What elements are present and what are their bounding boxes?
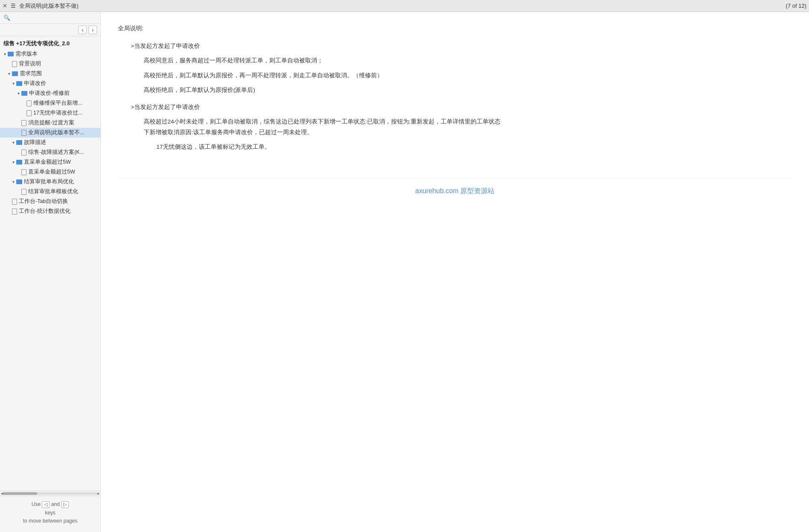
menu-button[interactable]: ☰ [11, 3, 16, 9]
tree-item-fault-desc[interactable]: ▾故障描述 [0, 138, 100, 147]
next-key-badge: ▷ [61, 501, 69, 508]
prev-arrow[interactable]: ‹ [78, 26, 87, 34]
prev-key-badge: ◁ [42, 501, 50, 508]
doc-icon-repair-platform-new [26, 100, 32, 106]
content-section-0: >当发起方发起了申请改价 [131, 41, 503, 51]
tree-toggle-direct-order-over5w[interactable]: ▾ [10, 160, 16, 165]
content-footer: axurehub.com 原型资源站 [118, 178, 792, 196]
top-bar: ✕ ☰ 全局说明(此版本暂不做) (7 of 12) [0, 0, 809, 12]
content-section-2: 高校拒绝后，则工单默认为原报价，再一周不处理转派，则走工单自动被取消。（维修前） [144, 71, 503, 81]
content-section-3: 高校拒绝后，则工单默认为原报价(派单后) [144, 85, 503, 95]
hint-keys: keys [45, 510, 56, 516]
sidebar-tree: 综售 +17无忧专项优化_2.0 ▾需求版本背景说明▾需求范围▾申请改价▾申请改… [0, 36, 100, 491]
tree-item-repair-platform-new[interactable]: 维修维保平台新增... [0, 98, 100, 108]
tree-toggle-apply-price-before-repair[interactable]: ▾ [15, 91, 21, 96]
folder-icon-demand-version [8, 52, 14, 56]
search-icon: 🔍 [3, 15, 10, 21]
tree-item-global-note[interactable]: 全局说明(此版本暂不... [0, 128, 100, 138]
content-block: >当发起方发起了申请改价高校同意后，服务商超过一周不处理转派工单，则工单自动被取… [118, 41, 503, 152]
folder-icon-apply-price-change [16, 81, 22, 86]
tree-item-settlement-approval[interactable]: ▾结算审批单布局优化 [0, 177, 100, 187]
tree-label-demand-scope: 需求范围 [20, 70, 42, 77]
tree-label-fault-desc: 故障描述 [24, 139, 46, 146]
scrollbar-track [3, 492, 97, 495]
tree-label-17-apply-price-change: 17无忧申请改价过... [33, 109, 82, 117]
doc-icon-settlement-template [21, 189, 26, 195]
tree-item-workbench-stats[interactable]: 工作台-统计数据优化 [0, 206, 100, 216]
tree-item-demand-scope[interactable]: ▾需求范围 [0, 69, 100, 79]
doc-icon-direct-order-doc [21, 169, 26, 175]
close-button[interactable]: ✕ [3, 3, 7, 9]
tree-label-direct-order-doc: 直采单金额超过5W [28, 168, 75, 176]
tree-label-apply-price-change: 申请改价 [24, 80, 46, 87]
tree-item-settlement-template[interactable]: 结算审批单模板优化 [0, 187, 100, 197]
hint-and: and [51, 501, 60, 507]
keyboard-nav-hint: Use ◁ and ▷ keys to move between pages [3, 500, 97, 525]
tree-toggle-demand-scope[interactable]: ▾ [6, 71, 12, 76]
tree-item-direct-order-over5w[interactable]: ▾直采单金额超过5W [0, 157, 100, 167]
folder-icon-settlement-approval [16, 179, 22, 184]
main-layout: 🔍 ‹ › 综售 +17无忧专项优化_2.0 ▾需求版本背景说明▾需求范围▾申请… [0, 12, 809, 532]
tree-label-global-note: 全局说明(此版本暂不... [28, 129, 85, 136]
footer-link[interactable]: axurehub.com 原型资源站 [415, 187, 495, 194]
content-title: 全局说明: [118, 25, 792, 32]
doc-icon-17-apply-price-change [26, 110, 32, 116]
content-section-4: >当发起方发起了申请改价 [131, 102, 503, 112]
doc-icon-fault-desc-solution [21, 150, 26, 156]
tree-item-background[interactable]: 背景说明 [0, 59, 100, 69]
tree-label-direct-order-over5w: 直采单金额超过5W [24, 159, 71, 166]
sidebar-scrollbar: ◂ ▸ [0, 491, 100, 496]
tree-label-message-reminder: 消息提醒-过渡方案 [28, 119, 74, 126]
page-title: 全局说明(此版本暂不做) [19, 2, 783, 10]
tree-item-direct-order-doc[interactable]: 直采单金额超过5W [0, 167, 100, 177]
content-section-5: 高校超过24小时未处理，则工单自动被取消，综售这边已处理列表下新增一工单状态:已… [144, 117, 503, 138]
tree-item-message-reminder[interactable]: 消息提醒-过渡方案 [0, 118, 100, 128]
doc-icon-global-note [21, 130, 26, 136]
next-arrow[interactable]: › [88, 26, 97, 34]
tree-label-fault-desc-solution: 综售-故障描述方案(K... [28, 149, 84, 156]
content-section-1: 高校同意后，服务商超过一周不处理转派工单，则工单自动被取消； [144, 56, 503, 66]
search-input[interactable] [12, 15, 97, 21]
tree-item-fault-desc-solution[interactable]: 综售-故障描述方案(K... [0, 147, 100, 157]
doc-icon-message-reminder [21, 120, 26, 126]
tree-label-settlement-approval: 结算审批单布局优化 [24, 178, 74, 185]
tree-item-17-apply-price-change[interactable]: 17无忧申请改价过... [0, 108, 100, 118]
hint-use: Use [32, 501, 41, 507]
tree-label-settlement-template: 结算审批单模板优化 [28, 188, 78, 195]
tree-label-background: 背景说明 [19, 60, 41, 68]
tree-toggle-settlement-approval[interactable]: ▾ [10, 179, 16, 184]
tree-item-demand-version[interactable]: ▾需求版本 [0, 49, 100, 59]
tree-item-workbench-tab[interactable]: 工作台-Tab自动切换 [0, 197, 100, 206]
tree-label-workbench-stats: 工作台-统计数据优化 [19, 208, 71, 215]
page-info: (7 of 12) [786, 3, 806, 9]
tree-label-apply-price-before-repair: 申请改价-维修前 [29, 90, 70, 97]
sidebar: 🔍 ‹ › 综售 +17无忧专项优化_2.0 ▾需求版本背景说明▾需求范围▾申请… [0, 12, 101, 532]
sidebar-search-bar: 🔍 [0, 12, 100, 24]
tree-label-demand-version: 需求版本 [15, 50, 38, 58]
tree-toggle-demand-version[interactable]: ▾ [2, 52, 8, 56]
scrollbar-thumb[interactable] [3, 492, 37, 495]
hint-move: to move between pages [23, 518, 77, 524]
tree-root-label: 综售 +17无忧专项优化_2.0 [0, 38, 100, 49]
content-area: 全局说明: >当发起方发起了申请改价高校同意后，服务商超过一周不处理转派工单，则… [101, 12, 809, 532]
folder-icon-demand-scope [12, 71, 18, 76]
doc-icon-workbench-tab [12, 199, 17, 205]
doc-icon-workbench-stats [12, 209, 17, 215]
sidebar-nav-arrows: ‹ › [0, 24, 100, 36]
folder-icon-direct-order-over5w [16, 160, 22, 165]
folder-icon-apply-price-before-repair [21, 91, 27, 96]
tree-item-apply-price-before-repair[interactable]: ▾申请改价-维修前 [0, 88, 100, 98]
sidebar-footer: Use ◁ and ▷ keys to move between pages [0, 496, 100, 532]
doc-icon-background [12, 61, 17, 67]
scroll-right-arrow[interactable]: ▸ [97, 491, 100, 496]
tree-label-workbench-tab: 工作台-Tab自动切换 [19, 198, 68, 205]
tree-label-repair-platform-new: 维修维保平台新增... [33, 100, 82, 107]
tree-item-apply-price-change[interactable]: ▾申请改价 [0, 79, 100, 88]
content-section-6: 17无忧侧这边，该工单被标记为无效工单。 [156, 142, 503, 152]
tree-toggle-apply-price-change[interactable]: ▾ [10, 81, 16, 86]
tree-toggle-fault-desc[interactable]: ▾ [10, 140, 16, 145]
folder-icon-fault-desc [16, 140, 22, 145]
